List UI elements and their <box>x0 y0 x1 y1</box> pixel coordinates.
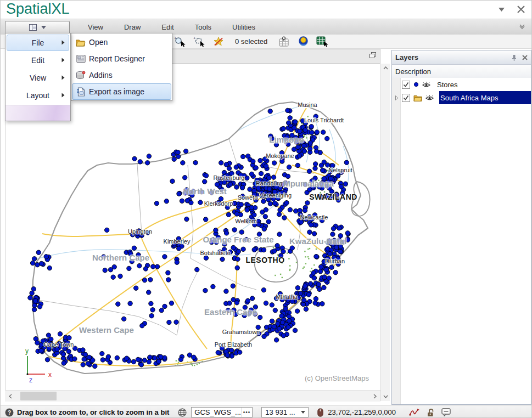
layer-visibility-checkbox[interactable] <box>402 81 410 89</box>
map-label-durban: Durban <box>325 258 345 264</box>
title-bar: SpatialXL <box>1 1 531 18</box>
globe-icon <box>178 408 187 417</box>
scale-dropdown-button[interactable] <box>298 408 308 417</box>
comment-icon[interactable] <box>441 408 451 416</box>
app-menu-item-view[interactable]: View <box>7 70 69 86</box>
layout-window-icon <box>29 24 38 31</box>
application-menu-button[interactable] <box>5 21 70 34</box>
map-label-upington: Upington <box>128 228 152 235</box>
close-icon <box>522 55 528 60</box>
map-label-mthatha: Mthatha <box>276 293 298 300</box>
scroll-right-button[interactable] <box>369 391 380 402</box>
submenu-item-report-designer[interactable]: Report Designer <box>72 50 171 67</box>
application-menu-footer <box>5 105 70 121</box>
map-label-mpumalanga: Mpumalanga <box>283 179 334 188</box>
eye-visibility-icon[interactable] <box>425 94 434 101</box>
folder-open-icon <box>72 38 89 47</box>
submenu-item-label: Addins <box>89 71 113 80</box>
scroll-down-button[interactable] <box>381 392 390 401</box>
file-submenu: OpenReport DesignerAddinsExport as image <box>71 33 172 101</box>
map-label-botshabelo: Botshabelo <box>200 250 230 256</box>
layers-panel: Layers Description StoresSouth Africa Ma… <box>391 50 531 405</box>
addins-icon <box>72 71 89 80</box>
chevron-down-icon <box>518 22 526 30</box>
submenu-item-open[interactable]: Open <box>72 34 171 50</box>
menu-item-view[interactable]: View <box>77 19 114 35</box>
help-icon: ? <box>5 408 14 417</box>
lock-icon[interactable] <box>427 408 435 417</box>
crs-value: GCS_WGS_... <box>192 408 241 416</box>
menu-item-draw[interactable]: Draw <box>114 19 151 35</box>
float-window-button[interactable] <box>369 52 377 59</box>
submenu-item-addins[interactable]: Addins <box>72 67 171 83</box>
chevron-down-icon <box>383 395 388 398</box>
app-menu-item-label: Edit <box>31 56 44 65</box>
window-close-button[interactable] <box>515 4 527 15</box>
point-icon <box>413 82 419 87</box>
submenu-item-label: Report Designer <box>89 54 145 63</box>
layer-row-stores[interactable]: Stores <box>392 78 531 91</box>
submenu-arrow-icon <box>61 93 65 98</box>
excel-select-icon[interactable] <box>316 36 328 48</box>
map-label-cape-town: Cape Town <box>44 341 74 348</box>
app-menu-item-file[interactable]: File <box>7 35 69 51</box>
submenu-arrow-icon <box>61 58 65 63</box>
map-label-musina: Musina <box>298 101 317 108</box>
map-label-newcastle: Newcastle <box>300 214 328 221</box>
layer-name: South Africa Maps <box>437 92 502 104</box>
locate-map-pin-icon[interactable] <box>278 36 290 48</box>
window-menu-button[interactable] <box>495 4 507 15</box>
app-menu-item-edit[interactable]: Edit <box>7 52 69 69</box>
menu-item-utilities[interactable]: Utilities <box>222 19 266 35</box>
app-menu-item-layout[interactable]: Layout <box>7 87 69 104</box>
menu-items: ViewDrawEditToolsUtilities <box>77 19 266 35</box>
application-menu-dropdown: FileEditViewLayout <box>5 33 71 121</box>
crs-selector[interactable]: GCS_WGS_... ••• <box>191 407 253 417</box>
clear-selection-icon[interactable] <box>212 36 225 48</box>
crs-browse-button[interactable]: ••• <box>241 408 252 417</box>
submenu-item-label: Open <box>89 38 108 47</box>
pin-panel-button[interactable] <box>512 54 517 61</box>
map-label-lesotho: LESOTHO <box>245 256 284 264</box>
close-icon <box>517 5 525 13</box>
dropdown-triangle-icon <box>499 8 505 12</box>
app-menu-item-label: Layout <box>26 91 49 100</box>
scroll-left-button[interactable] <box>5 391 16 402</box>
map-label-klerksdorp: Klerksdorp <box>204 200 233 207</box>
layer-visibility-checkbox[interactable] <box>402 94 410 102</box>
layers-list: StoresSouth Africa Maps <box>392 78 531 404</box>
submenu-item-export-as-image[interactable]: Export as image <box>72 83 171 100</box>
submenu-item-label: Export as image <box>89 87 144 96</box>
status-hint-text: Drag box to zoom to, or click to zoom in… <box>17 408 169 416</box>
menu-item-tools[interactable]: Tools <box>184 19 222 35</box>
polygon-select-icon[interactable]: + <box>193 36 205 48</box>
map-label-kwazulu-natal: KwaZulu-Natal <box>289 236 346 246</box>
layer-row-south-africa-maps[interactable]: South Africa Maps <box>392 91 531 104</box>
map-label-grahamstown: Grahamstown <box>222 329 260 335</box>
map-label-mokopane: Mokopane <box>266 152 294 159</box>
map-label-welkom: Welkom <box>235 218 257 224</box>
app-menu-item-label: File <box>32 38 44 47</box>
menu-item-edit[interactable]: Edit <box>151 19 184 35</box>
map-label-soweto: Soweto <box>238 194 258 201</box>
map-label-orange-free-state: Orange Free State <box>203 235 273 244</box>
scroll-up-button[interactable] <box>381 64 390 72</box>
dropdown-triangle-icon <box>41 26 46 29</box>
map-label-louis-trichardt: Louis Trichardt <box>304 117 344 123</box>
close-panel-button[interactable] <box>522 55 528 60</box>
globe-refresh-icon[interactable] <box>297 36 309 48</box>
report-designer-icon <box>72 54 89 63</box>
map-label-nelspruit: Nelspruit <box>328 167 352 173</box>
layers-tree-gutter <box>392 78 401 404</box>
horizontal-scrollbar[interactable] <box>5 390 380 402</box>
eye-visibility-icon[interactable] <box>422 81 430 88</box>
ribbon-collapse-button[interactable] <box>518 22 526 30</box>
mouse-icon <box>317 408 323 417</box>
expand-arrow-icon[interactable] <box>393 95 400 100</box>
layers-column-header[interactable]: Description <box>392 65 531 78</box>
vertical-scrollbar[interactable] <box>380 64 390 401</box>
scale-selector[interactable]: 13 931 ... <box>261 407 309 417</box>
scrollbar-thumb[interactable] <box>20 392 57 400</box>
measure-path-icon[interactable] <box>409 408 420 416</box>
zoom-select-icon[interactable]: + <box>174 36 186 48</box>
